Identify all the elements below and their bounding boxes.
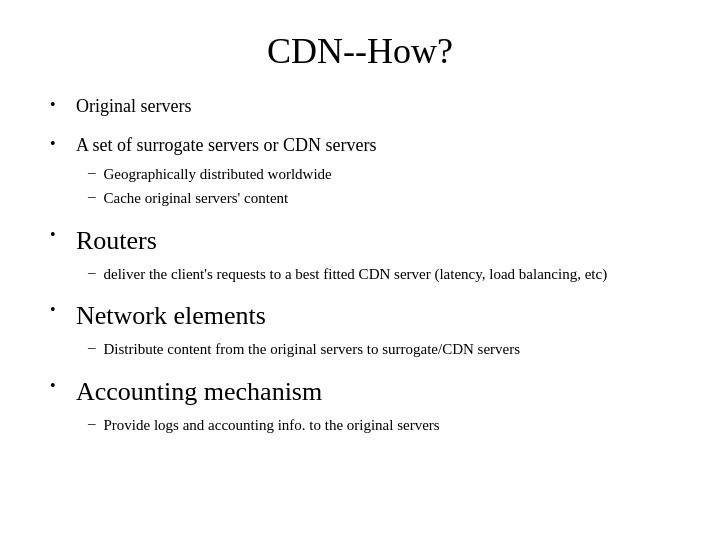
bullet-dot-3: • (50, 226, 66, 244)
sub-dash-5-1: – (88, 415, 96, 432)
bullet-text-4: Network elements (76, 299, 266, 333)
bullet-item-3: • Routers (50, 224, 670, 258)
sub-text-2-1: Geographically distributed worldwide (104, 164, 332, 186)
sub-text-4-1: Distribute content from the original ser… (104, 339, 521, 361)
bullet-dot-2: • (50, 135, 66, 153)
bullet-text-5: Accounting mechanism (76, 375, 322, 409)
bullet-dot-5: • (50, 377, 66, 395)
bullet-item-2: • A set of surrogate servers or CDN serv… (50, 133, 670, 158)
sub-dash-2-2: – (88, 188, 96, 205)
slide: CDN--How? • Original servers • A set of … (0, 0, 720, 540)
sub-text-2-2: Cache original servers' content (104, 188, 289, 210)
sub-bullets-2: – Geographically distributed worldwide –… (88, 164, 670, 210)
slide-content: • Original servers • A set of surrogate … (50, 94, 670, 451)
sub-bullets-5: – Provide logs and accounting info. to t… (88, 415, 670, 437)
sub-bullets-3: – deliver the client's requests to a bes… (88, 264, 670, 286)
section-2: • A set of surrogate servers or CDN serv… (50, 133, 670, 216)
sub-bullet-item-4-1: – Distribute content from the original s… (88, 339, 670, 361)
sub-bullet-item-3-1: – deliver the client's requests to a bes… (88, 264, 670, 286)
sub-text-5-1: Provide logs and accounting info. to the… (104, 415, 440, 437)
section-3: • Routers – deliver the client's request… (50, 224, 670, 292)
section-4: • Network elements – Distribute content … (50, 299, 670, 367)
section-1: • Original servers (50, 94, 670, 125)
bullet-item-5: • Accounting mechanism (50, 375, 670, 409)
bullet-item-1: • Original servers (50, 94, 670, 119)
sub-bullets-4: – Distribute content from the original s… (88, 339, 670, 361)
sub-dash-2-1: – (88, 164, 96, 181)
sub-bullet-item-5-1: – Provide logs and accounting info. to t… (88, 415, 670, 437)
sub-bullet-item-2-1: – Geographically distributed worldwide (88, 164, 670, 186)
bullet-text-1: Original servers (76, 94, 191, 119)
slide-title: CDN--How? (50, 30, 670, 72)
bullet-text-3: Routers (76, 224, 157, 258)
sub-text-3-1: deliver the client's requests to a best … (104, 264, 608, 286)
sub-dash-4-1: – (88, 339, 96, 356)
bullet-item-4: • Network elements (50, 299, 670, 333)
section-5: • Accounting mechanism – Provide logs an… (50, 375, 670, 443)
bullet-dot-1: • (50, 96, 66, 114)
sub-dash-3-1: – (88, 264, 96, 281)
bullet-text-2: A set of surrogate servers or CDN server… (76, 133, 376, 158)
sub-bullet-item-2-2: – Cache original servers' content (88, 188, 670, 210)
bullet-dot-4: • (50, 301, 66, 319)
